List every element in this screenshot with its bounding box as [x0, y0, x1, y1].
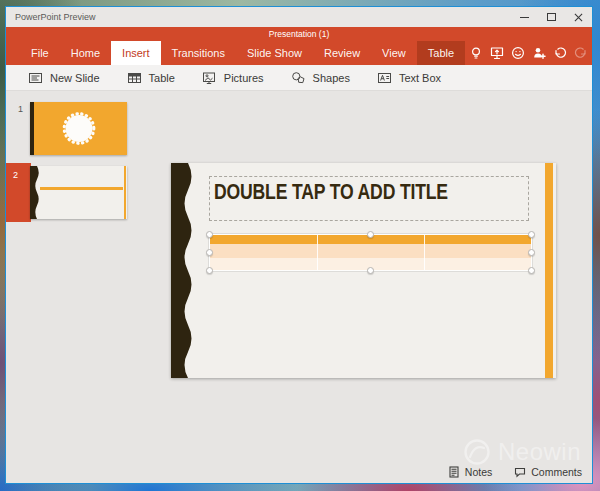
slide-canvas: DOUBLE TAP TO ADD TITLE [132, 91, 592, 461]
table-column-divider [424, 235, 425, 270]
tab-insert[interactable]: Insert [111, 41, 161, 65]
notes-label: Notes [465, 466, 492, 478]
current-slide[interactable]: DOUBLE TAP TO ADD TITLE [171, 163, 556, 378]
notes-icon [448, 466, 460, 478]
close-button[interactable] [565, 7, 592, 27]
pictures-label: Pictures [224, 72, 264, 84]
new-slide-icon [28, 71, 43, 85]
comments-label: Comments [531, 466, 582, 478]
comments-icon [514, 466, 526, 478]
ribbon-tab-bar: File Home Insert Transitions Slide Show … [6, 41, 592, 65]
close-icon [574, 13, 583, 22]
table-column-divider [317, 235, 318, 270]
resize-handle-bottom-left[interactable] [206, 267, 213, 274]
app-window: PowerPoint Preview Presentation (1) File… [5, 6, 593, 484]
thumbnail-right-edge [124, 166, 126, 219]
selected-slide-indicator: 2 [6, 163, 31, 222]
pictures-icon [202, 71, 217, 85]
insert-table-button[interactable]: Table [127, 71, 175, 85]
new-slide-label: New Slide [50, 72, 100, 84]
slide-1-thumbnail[interactable] [30, 102, 127, 155]
tab-view[interactable]: View [371, 41, 417, 65]
pictures-button[interactable]: Pictures [202, 71, 264, 85]
text-box-icon [377, 71, 392, 85]
resize-handle-middle-right[interactable] [528, 249, 535, 256]
minimize-icon [520, 17, 529, 18]
inserted-table[interactable] [210, 235, 531, 270]
resize-handle-bottom-right[interactable] [528, 267, 535, 274]
title-placeholder[interactable]: DOUBLE TAP TO ADD TITLE [209, 176, 529, 221]
tab-transitions[interactable]: Transitions [161, 41, 236, 65]
minimize-button[interactable] [511, 7, 538, 27]
status-bar: Notes Comments [6, 461, 592, 483]
wavy-edge-graphic [171, 163, 197, 378]
undo-icon[interactable] [549, 41, 570, 65]
tab-file[interactable]: File [20, 41, 60, 65]
shapes-icon [291, 71, 306, 85]
tab-home[interactable]: Home [60, 41, 111, 65]
slide-2-number: 2 [13, 170, 18, 180]
presentation-name-bar: Presentation (1) [6, 27, 592, 41]
lightbulb-icon[interactable] [465, 41, 486, 65]
title-bar: PowerPoint Preview [6, 7, 592, 27]
insert-toolbar: New Slide Table Pictures Shapes Text Box [6, 65, 592, 91]
text-box-button[interactable]: Text Box [377, 71, 441, 85]
maximize-icon [547, 13, 556, 21]
notes-button[interactable]: Notes [448, 466, 492, 478]
resize-handle-top-left[interactable] [206, 231, 213, 238]
resize-handle-top-right[interactable] [528, 231, 535, 238]
text-box-label: Text Box [399, 72, 441, 84]
shapes-button[interactable]: Shapes [291, 71, 350, 85]
redo-icon[interactable] [570, 41, 591, 65]
app-title: PowerPoint Preview [6, 12, 511, 22]
maximize-button[interactable] [538, 7, 565, 27]
feedback-smiley-icon[interactable] [507, 41, 528, 65]
comments-button[interactable]: Comments [514, 466, 582, 478]
main-content: 1 2 [6, 91, 592, 461]
slide-2-thumbnail[interactable] [30, 166, 127, 219]
slide-accent-bar [545, 163, 553, 378]
thumbnail-table-graphic [40, 187, 123, 190]
table-row[interactable] [210, 244, 531, 258]
resize-handle-bottom-middle[interactable] [367, 267, 374, 274]
presentation-title: Presentation (1) [269, 29, 329, 39]
wavy-edge-graphic [30, 166, 42, 219]
resize-handle-top-middle[interactable] [367, 231, 374, 238]
present-screen-icon[interactable] [486, 41, 507, 65]
shapes-label: Shapes [313, 72, 350, 84]
scalloped-circle-graphic [30, 102, 127, 155]
title-placeholder-text: DOUBLE TAP TO ADD TITLE [214, 180, 448, 205]
share-person-icon[interactable] [528, 41, 549, 65]
slide-1-number: 1 [18, 104, 23, 114]
resize-handle-middle-left[interactable] [206, 249, 213, 256]
slide-thumbnail-panel: 1 2 [6, 91, 132, 461]
tab-review[interactable]: Review [313, 41, 371, 65]
tab-table[interactable]: Table [417, 41, 465, 65]
insert-table-icon [127, 71, 142, 85]
ribbon-quick-icons [465, 41, 597, 65]
tab-slide-show[interactable]: Slide Show [236, 41, 313, 65]
insert-table-label: Table [149, 72, 175, 84]
new-slide-button[interactable]: New Slide [28, 71, 100, 85]
